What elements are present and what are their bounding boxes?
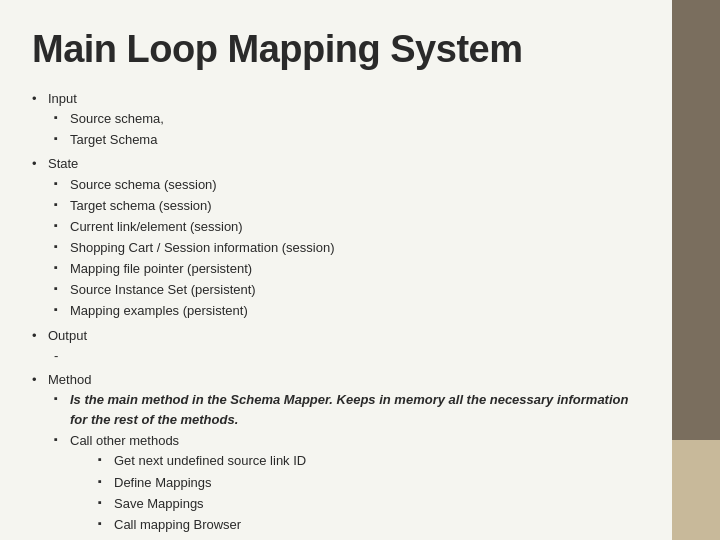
state-sub-item: ▪Current link/element (session) bbox=[54, 217, 640, 237]
state-sub-item: ▪Source schema (session) bbox=[54, 175, 640, 195]
state-bullet: • State bbox=[32, 154, 640, 174]
level3-dot: ▪ bbox=[98, 536, 112, 540]
bullet-dot: • bbox=[32, 326, 46, 346]
call-other-item-label: Save Mappings bbox=[114, 494, 204, 514]
call-other-item-label: Get next undefined source link ID bbox=[114, 451, 306, 471]
input-bullet: • Input bbox=[32, 89, 640, 109]
method-label: Method bbox=[48, 370, 91, 390]
method-description: Is the main method in the Schema Mapper.… bbox=[70, 390, 640, 430]
level2-dot: ▪ bbox=[54, 259, 68, 276]
sidebar-top bbox=[672, 0, 720, 440]
output-dash: - bbox=[54, 346, 640, 366]
level3-dot: ▪ bbox=[98, 451, 112, 468]
call-other-label: Call other methods bbox=[70, 431, 179, 451]
output-section: • Output - bbox=[32, 326, 640, 366]
method-bullet: • Method bbox=[32, 370, 640, 390]
output-bullet: • Output bbox=[32, 326, 640, 346]
page-title: Main Loop Mapping System bbox=[32, 28, 640, 71]
input-label: Input bbox=[48, 89, 77, 109]
level2-dot: ▪ bbox=[54, 301, 68, 318]
sidebar-bottom bbox=[672, 440, 720, 540]
call-other-sub-item: ▪Save Mappings bbox=[98, 494, 640, 514]
content-body: • Input ▪ Source schema, ▪ Target Schema… bbox=[32, 89, 640, 540]
state-item-label: Source schema (session) bbox=[70, 175, 217, 195]
bullet-dot: • bbox=[32, 89, 46, 109]
level2-dot: ▪ bbox=[54, 130, 68, 147]
state-label: State bbox=[48, 154, 78, 174]
input-sub-item-2: ▪ Target Schema bbox=[54, 130, 640, 150]
method-description-item: ▪ Is the main method in the Schema Mappe… bbox=[54, 390, 640, 430]
call-other-sub-item: ▪Call mapping Browser bbox=[98, 515, 640, 535]
level2-dot: ▪ bbox=[54, 109, 68, 126]
call-other-item-label: Define Mappings bbox=[114, 473, 212, 493]
call-other-sub-item: ▪Go to specific source link bbox=[98, 536, 640, 540]
call-other-sub-item: ▪Define Mappings bbox=[98, 473, 640, 493]
bullet-dot: • bbox=[32, 154, 46, 174]
level2-dot: ▪ bbox=[54, 238, 68, 255]
state-item-label: Mapping examples (persistent) bbox=[70, 301, 248, 321]
level2-dot: ▪ bbox=[54, 431, 68, 448]
state-items: ▪Source schema (session)▪Target schema (… bbox=[32, 175, 640, 322]
state-item-label: Shopping Cart / Session information (ses… bbox=[70, 238, 334, 258]
state-item-label: Mapping file pointer (persistent) bbox=[70, 259, 252, 279]
input-sub-label-2: Target Schema bbox=[70, 130, 157, 150]
sidebar bbox=[672, 0, 720, 540]
state-item-label: Current link/element (session) bbox=[70, 217, 243, 237]
input-section: • Input ▪ Source schema, ▪ Target Schema bbox=[32, 89, 640, 150]
state-section: • State ▪Source schema (session)▪Target … bbox=[32, 154, 640, 321]
method-section: • Method ▪ Is the main method in the Sch… bbox=[32, 370, 640, 540]
state-item-label: Target schema (session) bbox=[70, 196, 212, 216]
level2-dot: ▪ bbox=[54, 390, 68, 407]
level3-dot: ▪ bbox=[98, 473, 112, 490]
level3-dot: ▪ bbox=[98, 494, 112, 511]
level2-dot: ▪ bbox=[54, 217, 68, 234]
state-sub-item: ▪Source Instance Set (persistent) bbox=[54, 280, 640, 300]
state-sub-item: ▪Target schema (session) bbox=[54, 196, 640, 216]
level2-dot: ▪ bbox=[54, 196, 68, 213]
state-sub-item: ▪Mapping file pointer (persistent) bbox=[54, 259, 640, 279]
bullet-dot: • bbox=[32, 370, 46, 390]
input-sub-label-1: Source schema, bbox=[70, 109, 164, 129]
output-label: Output bbox=[48, 326, 87, 346]
call-other-sub-items: ▪Get next undefined source link ID▪Defin… bbox=[54, 451, 640, 540]
call-other-sub-item: ▪Get next undefined source link ID bbox=[98, 451, 640, 471]
level2-dot: ▪ bbox=[54, 175, 68, 192]
level3-dot: ▪ bbox=[98, 515, 112, 532]
call-other-item: ▪ Call other methods ▪Get next undefined… bbox=[54, 431, 640, 540]
call-other-item-label: Go to specific source link bbox=[114, 536, 259, 540]
level2-dot: ▪ bbox=[54, 280, 68, 297]
state-sub-item: ▪Shopping Cart / Session information (se… bbox=[54, 238, 640, 258]
input-sub-item-1: ▪ Source schema, bbox=[54, 109, 640, 129]
main-content: Main Loop Mapping System • Input ▪ Sourc… bbox=[0, 0, 672, 540]
call-other-item-label: Call mapping Browser bbox=[114, 515, 241, 535]
state-item-label: Source Instance Set (persistent) bbox=[70, 280, 256, 300]
state-sub-item: ▪Mapping examples (persistent) bbox=[54, 301, 640, 321]
